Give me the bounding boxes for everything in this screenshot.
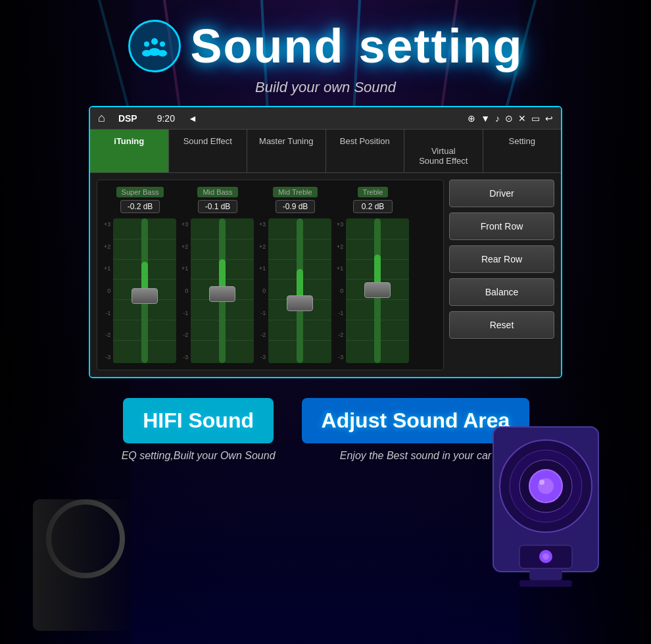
buttons-panel: Driver Front Row Rear Row Balance Reset bbox=[449, 180, 554, 370]
svg-point-0 bbox=[151, 38, 158, 45]
status-icons: ⊕ ▼ ♪ ⊙ ✕ ▭ ↩ bbox=[468, 113, 553, 124]
eq-mid-bass-scale: +3 +2 +1 0 -1 -2 -3 bbox=[181, 218, 254, 363]
eq-channel-treble: Treble 0.2 dB +3 +2 +1 0 -1 -2 -3 bbox=[337, 187, 409, 363]
eq-channel-super-bass: Super Bass -0.2 dB +3 +2 +1 0 -1 -2 -3 bbox=[104, 187, 176, 363]
eq-mid-treble-scale: +3 +2 +1 0 -1 -2 -3 bbox=[259, 218, 331, 363]
status-bar: ⌂ DSP 9:20 ◄ ⊕ ▼ ♪ ⊙ ✕ ▭ ↩ bbox=[90, 107, 561, 130]
eq-mid-treble-value: -0.9 dB bbox=[276, 200, 316, 213]
svg-point-5 bbox=[158, 50, 167, 57]
hifi-sound-card: HIFI Sound EQ setting,Built your Own Sou… bbox=[122, 398, 276, 462]
tab-setting[interactable]: Setting bbox=[483, 130, 562, 172]
mid-bass-track[interactable] bbox=[191, 218, 254, 363]
reset-button[interactable]: Reset bbox=[449, 311, 554, 339]
svg-rect-17 bbox=[519, 580, 572, 587]
eq-treble-label: Treble bbox=[358, 187, 389, 197]
mid-bass-handle[interactable] bbox=[209, 286, 235, 302]
svg-point-15 bbox=[542, 553, 549, 560]
tab-sound-effect[interactable]: Sound Effect bbox=[169, 130, 248, 172]
subtitle: Build your own Sound bbox=[255, 79, 396, 96]
balance-button[interactable]: Balance bbox=[449, 278, 554, 306]
treble-handle[interactable] bbox=[364, 282, 391, 298]
tab-master-tuning[interactable]: Master Tuning bbox=[247, 130, 326, 172]
volume-icon: ♪ bbox=[495, 113, 500, 124]
eq-treble-value: 0.2 dB bbox=[353, 200, 393, 213]
wifi-icon: ▼ bbox=[481, 113, 490, 124]
front-row-button[interactable]: Front Row bbox=[449, 212, 554, 240]
eq-treble-scale: +3 +2 +1 0 -1 -2 -3 bbox=[337, 218, 409, 363]
clock: 9:20 bbox=[157, 113, 175, 124]
window-icon[interactable]: ▭ bbox=[531, 113, 540, 124]
eq-mid-treble-label: Mid Treble bbox=[273, 187, 317, 197]
mid-treble-handle[interactable] bbox=[287, 295, 313, 311]
svg-point-1 bbox=[144, 41, 149, 47]
svg-rect-16 bbox=[529, 570, 562, 580]
eq-super-bass-value: -0.2 dB bbox=[120, 200, 160, 213]
location-icon: ⊕ bbox=[468, 113, 475, 124]
close-icon[interactable]: ✕ bbox=[518, 113, 526, 124]
tab-virtual-sound-effect[interactable]: Virtual Sound Effect bbox=[404, 130, 483, 172]
hifi-sound-badge[interactable]: HIFI Sound bbox=[123, 398, 274, 443]
logo-circle bbox=[128, 20, 181, 72]
hifi-sound-desc: EQ setting,Built your Own Sound bbox=[122, 450, 276, 462]
svg-point-4 bbox=[142, 50, 151, 57]
eq-channel-mid-bass: Mid Bass -0.1 dB +3 +2 +1 0 -1 -2 -3 bbox=[181, 187, 254, 363]
page-title: Sound setting bbox=[191, 22, 523, 70]
rear-row-button[interactable]: Rear Row bbox=[449, 245, 554, 273]
super-bass-track[interactable] bbox=[113, 218, 176, 363]
svg-point-2 bbox=[160, 41, 165, 47]
tab-best-position[interactable]: Best Position bbox=[326, 130, 405, 172]
eq-super-bass-label: Super Bass bbox=[116, 187, 164, 197]
back-icon[interactable]: ↩ bbox=[545, 113, 553, 124]
speaker-decoration bbox=[480, 420, 612, 618]
treble-track[interactable] bbox=[346, 218, 409, 363]
super-bass-handle[interactable] bbox=[132, 288, 158, 304]
svg-point-12 bbox=[539, 480, 544, 485]
dsp-panel: ⌂ DSP 9:20 ◄ ⊕ ▼ ♪ ⊙ ✕ ▭ ↩ iTuning Sound… bbox=[89, 106, 562, 378]
eq-channel-mid-treble: Mid Treble -0.9 dB +3 +2 +1 0 -1 -2 -3 bbox=[259, 187, 331, 363]
eq-section: Super Bass -0.2 dB +3 +2 +1 0 -1 -2 -3 bbox=[90, 173, 561, 377]
mid-treble-track[interactable] bbox=[268, 218, 331, 363]
signal-icon: ◄ bbox=[188, 113, 197, 124]
eq-mid-bass-label: Mid Bass bbox=[197, 187, 237, 197]
tab-ituning[interactable]: iTuning bbox=[90, 130, 169, 172]
home-icon[interactable]: ⌂ bbox=[98, 111, 105, 125]
tabs-bar: iTuning Sound Effect Master Tuning Best … bbox=[90, 130, 561, 173]
dsp-label: DSP bbox=[118, 113, 137, 124]
eq-sliders: Super Bass -0.2 dB +3 +2 +1 0 -1 -2 -3 bbox=[97, 180, 444, 370]
camera-icon: ⊙ bbox=[505, 113, 513, 124]
header: Sound setting bbox=[128, 0, 523, 79]
driver-button[interactable]: Driver bbox=[449, 180, 554, 207]
eq-super-bass-scale: +3 +2 +1 0 -1 -2 -3 bbox=[104, 218, 176, 363]
eq-mid-bass-value: -0.1 dB bbox=[198, 200, 238, 213]
